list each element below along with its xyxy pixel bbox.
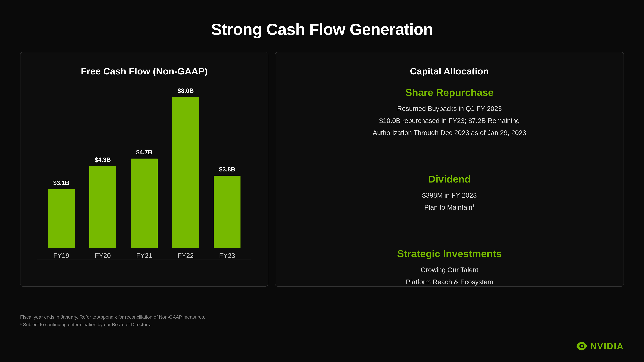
nvidia-text: NVIDIA	[590, 341, 624, 351]
bar-label-fy20: FY20	[95, 252, 111, 259]
bar-fy20	[90, 166, 116, 248]
strategic-investments-line2: Platform Reach & Ecosystem	[289, 277, 610, 287]
nvidia-eye-icon	[576, 340, 588, 352]
bar-fy21	[131, 159, 158, 248]
bar-value-fy22: $8.0B	[178, 87, 194, 94]
bar-group-fy23: $3.8B FY23	[214, 166, 240, 259]
bar-value-fy20: $4.3B	[95, 156, 111, 163]
bar-label-fy23: FY23	[219, 252, 235, 259]
main-content: Free Cash Flow (Non-GAAP) $3.1B FY19 $4.…	[0, 52, 644, 287]
share-repurchase-line1: Resumed Buybacks in Q1 FY 2023	[289, 104, 610, 114]
share-repurchase-heading: Share Repurchase	[289, 87, 610, 98]
strategic-investments-line1: Growing Our Talent	[289, 265, 610, 275]
bar-label-fy19: FY19	[53, 252, 70, 259]
bar-group-fy19: $3.1B FY19	[48, 179, 75, 259]
capital-title: Capital Allocation	[410, 66, 489, 77]
bar-label-fy21: FY21	[136, 252, 152, 259]
bar-group-fy20: $4.3B FY20	[90, 156, 116, 259]
page-title: Strong Cash Flow Generation	[0, 0, 644, 52]
dividend-line2: Plan to Maintain1	[289, 202, 610, 212]
share-repurchase-line3: Authorization Through Dec 2023 as of Jan…	[289, 128, 610, 138]
bar-label-fy22: FY22	[178, 252, 194, 259]
footnote-1: Fiscal year ends in January. Refer to Ap…	[20, 313, 205, 321]
bar-group-fy22: $8.0B FY22	[172, 87, 199, 259]
share-repurchase-section: Share Repurchase Resumed Buybacks in Q1 …	[289, 87, 610, 140]
strategic-investments-section: Strategic Investments Growing Our Talent…	[289, 248, 610, 289]
chart-title: Free Cash Flow (Non-GAAP)	[34, 66, 254, 77]
bar-fy19	[48, 189, 75, 248]
share-repurchase-line2: $10.0B repurchased in FY23; $7.2B Remain…	[289, 116, 610, 126]
footnote-2: ¹ Subject to continuing determination by…	[20, 321, 205, 329]
bar-value-fy21: $4.7B	[136, 149, 152, 156]
bar-group-fy21: $4.7B FY21	[131, 149, 158, 259]
dividend-line1: $398M in FY 2023	[289, 190, 610, 200]
bar-value-fy19: $3.1B	[53, 179, 70, 187]
bar-value-fy23: $3.8B	[219, 166, 235, 173]
bar-fy22	[172, 97, 199, 248]
bars-container: $3.1B FY19 $4.3B FY20 $4.7B FY21 $8.0B	[34, 109, 254, 259]
bar-fy23	[214, 176, 240, 248]
dividend-section: Dividend $398M in FY 2023 Plan to Mainta…	[289, 173, 610, 214]
nvidia-logo: NVIDIA	[576, 340, 624, 352]
footnotes: Fiscal year ends in January. Refer to Ap…	[20, 313, 205, 329]
svg-point-1	[580, 345, 583, 347]
chart-area: $3.1B FY19 $4.3B FY20 $4.7B FY21 $8.0B	[34, 87, 254, 273]
strategic-investments-heading: Strategic Investments	[289, 248, 610, 259]
left-panel: Free Cash Flow (Non-GAAP) $3.1B FY19 $4.…	[20, 52, 268, 287]
dividend-heading: Dividend	[289, 173, 610, 185]
right-panel: Capital Allocation Share Repurchase Resu…	[275, 52, 624, 287]
